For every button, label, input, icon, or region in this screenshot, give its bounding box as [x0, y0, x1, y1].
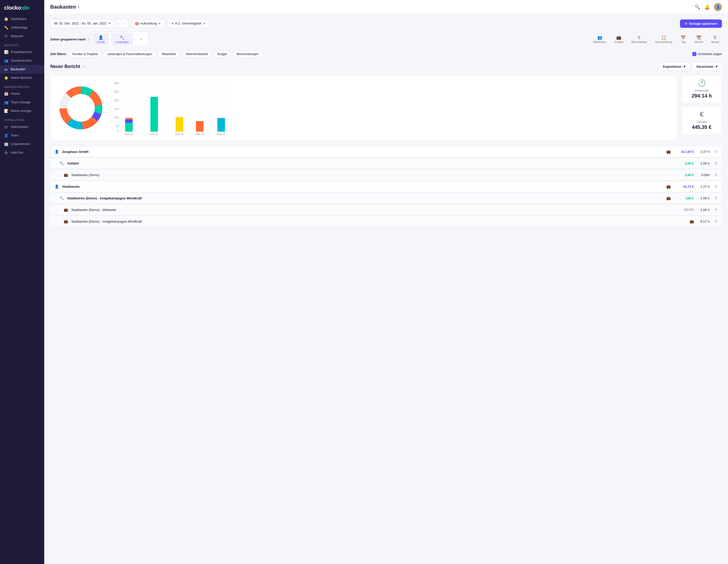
sidebar-item-team-antraege[interactable]: 👥 Team-Anträge — [0, 98, 44, 107]
description-icon: 📋 — [661, 35, 666, 40]
data-table: 👤 Zeughaus GmbH 💼 411,60 € 1:27 h ⚙ 🔧 An… — [50, 146, 722, 227]
tag-label: Tag — [681, 40, 686, 43]
sidebar-label-team: Team — [11, 134, 19, 137]
dropdown-arrow: ▼ — [108, 22, 111, 25]
customer-row-icon: 👤 — [55, 150, 59, 154]
filter-chip-budget[interactable]: Budget — [214, 51, 231, 57]
search-icon[interactable]: 🔍 — [695, 4, 700, 10]
svg-text:KW 13: KW 13 — [125, 133, 133, 136]
revenue-card: € Umsatz 445,35 € — [681, 106, 722, 135]
users-icon: 👥 — [4, 59, 8, 63]
group-pill-leistungen[interactable]: 🔧 Leistungen — [111, 33, 133, 46]
sidebar-item-zeiteintraege[interactable]: ✏️ Zeiteinträge — [0, 23, 44, 32]
sidebar-item-dashboard[interactable]: 🏠 Dashboard — [0, 15, 44, 23]
group-info-icon[interactable]: ℹ — [88, 37, 89, 41]
row-name: Stadtwerke (Demo) - Webseite — [71, 208, 673, 212]
sidebar-item-stoppuhr[interactable]: ⏱ Stoppuhr — [0, 32, 44, 40]
report-actions: Exportieren ▼ Abrechnen ▼ — [659, 62, 722, 71]
settings-icon[interactable]: ⚙ — [713, 173, 718, 177]
sidebar-item-projektberichte[interactable]: 📊 Projektberichte — [0, 48, 44, 56]
edit-report-icon[interactable]: ✏ — [83, 65, 86, 69]
sidebar-label-planer: Planer — [11, 92, 20, 96]
date-label[interactable]: Mi. 02. Dez. 2021 - So. 05. Jan. 2022 ▼ — [51, 20, 115, 27]
sidebar-label-meine-antraege: Meine Anträge — [11, 109, 31, 113]
info-icon[interactable]: ℹ — [78, 5, 79, 9]
date-prev-button[interactable]: ‹ — [115, 19, 122, 28]
person-icon: 👤 — [4, 133, 8, 138]
controls-row: Mi. 02. Dez. 2021 - So. 05. Jan. 2022 ▼ … — [50, 19, 722, 28]
svg-text:300: 300 — [114, 82, 119, 85]
svg-text:KW 16: KW 16 — [175, 133, 184, 136]
settings-icon[interactable]: ⚙ — [713, 161, 718, 166]
sidebar-label-unternehmen: Unternehmen — [11, 142, 30, 146]
group-pill-leistungen-label: Leistungen — [115, 40, 129, 43]
sidebar-item-stammdaten[interactable]: 🗃 Stammdaten › — [0, 123, 44, 131]
filter-chip-leistungen[interactable]: Leistungen & Pauschalleistungen — [104, 51, 156, 57]
sort-icon: ≡ — [172, 22, 174, 26]
filter-chip-kunden[interactable]: Kunden & Projekte — [69, 51, 102, 57]
group-pill-beschreibung[interactable]: 📋 Beschreibung — [652, 34, 675, 45]
date-next-button[interactable]: › — [122, 19, 128, 28]
settings-icon[interactable]: ⚙ — [713, 149, 718, 154]
filter-chip-beschreibungen[interactable]: Beschreibungen — [233, 51, 262, 57]
sidebar-item-team[interactable]: 👤 Team › — [0, 131, 44, 140]
settings-icon[interactable]: ⚙ — [713, 196, 718, 201]
settings-icon[interactable]: ⚙ — [713, 184, 718, 189]
group-pill-projekt[interactable]: 💼 Projekt — [611, 34, 626, 45]
sort-dropdown[interactable]: ≡ A-Z, chronologisch ▼ — [168, 19, 210, 28]
export-button[interactable]: Exportieren ▼ — [659, 62, 690, 71]
group-pill-woche[interactable]: 📆 Woche — [691, 34, 706, 45]
sidebar-item-unternehmen[interactable]: 🏢 Unternehmen › — [0, 140, 44, 148]
group-pill-monat[interactable]: 🗓 Monat — [708, 34, 722, 45]
sidebar-item-stundenkonten[interactable]: 👥 Stundenkonten — [0, 56, 44, 65]
request-icon: 📝 — [4, 109, 8, 113]
table-row: 🔧 Anfahrt 3,60 € 1:00 h ⚙ — [50, 158, 722, 169]
svg-text:200: 200 — [114, 99, 119, 102]
row-rate: 100 €/h — [676, 208, 694, 212]
save-label: Vorlage speichern — [689, 22, 717, 26]
sidebar-label-stammdaten: Stammdaten — [11, 125, 29, 129]
badge-icon: 💼 — [666, 196, 671, 200]
filter-chip-mitarbeiter[interactable]: Mitarbeiter — [158, 51, 180, 57]
save-template-button[interactable]: ★ Vorlage speichern — [680, 19, 722, 28]
rounding-dropdown[interactable]: 🎯 Aufrundung ▼ — [131, 19, 165, 28]
row-name: Stadtwerke (Demo) - Imagekampagne Windkr… — [67, 196, 663, 200]
archive-checkbox[interactable]: ✓ — [692, 52, 696, 56]
service-row-icon: 🔧 — [60, 161, 64, 165]
sidebar-item-add-ons[interactable]: ➕ Add-Ons › — [0, 148, 44, 157]
sidebar-item-planer[interactable]: 📅 Planer — [0, 90, 44, 98]
group-pill-tag[interactable]: 📅 Tag — [677, 34, 689, 45]
row-time: 0:00h — [697, 173, 710, 177]
group-pill-mitarbeiter[interactable]: 👥 Mitarbeiter — [590, 34, 609, 45]
bar-chart: 300 250 200 150 100 50 0 — [111, 80, 672, 136]
section-berichte: BERICHTE — [0, 40, 44, 48]
sidebar-item-meine-berichte[interactable]: ⭐ Meine Berichte › — [0, 74, 44, 82]
settings-icon[interactable]: ⚙ — [713, 219, 718, 224]
sidebar-label-projektberichte: Projektberichte — [11, 50, 32, 54]
charge-button[interactable]: Abrechnen ▼ — [692, 62, 722, 71]
sidebar-item-meine-antraege[interactable]: 📝 Meine Anträge — [0, 107, 44, 115]
clock-icon: 🕐 — [698, 79, 706, 87]
section-verwaltung: VERWALTUNG — [0, 115, 44, 123]
topbar-actions: 🔍 🔔 👤 — [695, 3, 722, 11]
group-pill-kunde[interactable]: 👤 Kunde — [93, 33, 109, 46]
data-icon: 🗃 — [4, 125, 8, 129]
filter-chip-abrechenbarkeit[interactable]: Abrechenbarkeit — [182, 51, 212, 57]
archive-toggle[interactable]: ✓ Archivierte zeigen — [692, 52, 722, 56]
date-selector[interactable]: Mi. 02. Dez. 2021 - So. 05. Jan. 2022 ▼ … — [50, 19, 128, 28]
bell-icon[interactable]: 🔔 — [704, 4, 710, 10]
chevron-down-icon: ▼ — [683, 65, 686, 69]
total-time-value: 294:14 h — [692, 93, 712, 99]
avatar[interactable]: 👤 — [714, 3, 722, 11]
group-pill-abrechenbar[interactable]: € Abrechenbar — [628, 34, 650, 45]
group-add-button[interactable]: + — [135, 34, 147, 44]
svg-rect-27 — [196, 121, 203, 132]
sidebar-item-baukasten[interactable]: 🗂 Baukasten — [0, 65, 44, 74]
table-row: 🔧 Stadtwerke (Demo) - Imagekampagne Wind… — [50, 193, 722, 204]
abrechenbar-label: Abrechenbar — [631, 40, 647, 43]
chevron-icon: › — [39, 77, 40, 79]
settings-icon[interactable]: ⚙ — [713, 208, 718, 212]
euro-icon: € — [700, 110, 703, 118]
sidebar-main-nav: 🏠 Dashboard ✏️ Zeiteinträge ⏱ Stoppuhr — [0, 15, 44, 40]
beschreibung-label: Beschreibung — [655, 40, 672, 43]
